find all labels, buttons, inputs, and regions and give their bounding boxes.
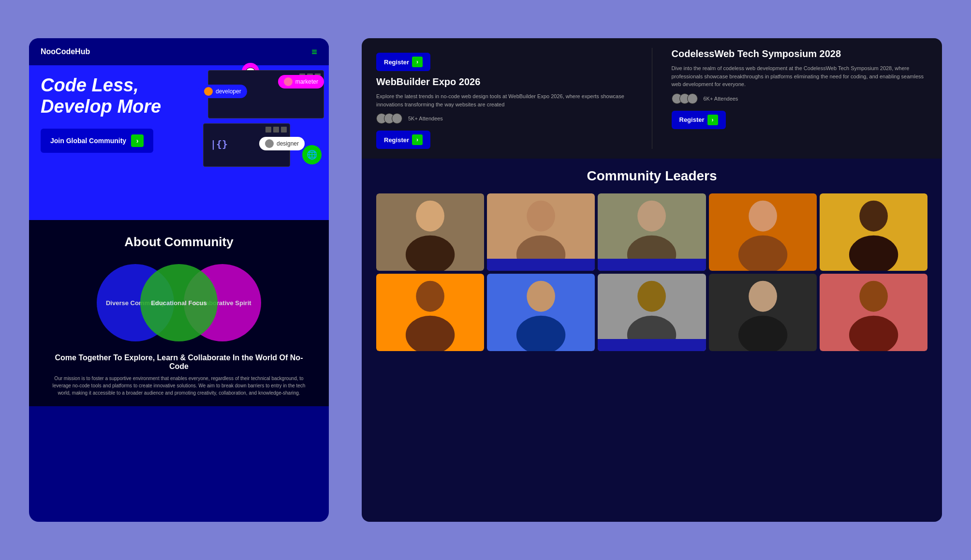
attendees-row-1: 5K+ Attendees	[376, 113, 633, 124]
event-card-1: Register › WebBuilder Expo 2026 Explore …	[376, 48, 633, 149]
svg-point-2	[527, 201, 555, 232]
register-label-1: Register	[384, 136, 409, 144]
circle-educational-label: Educational Focus	[151, 299, 207, 307]
designer-tag: designer	[259, 137, 305, 150]
left-panel-mobile-mockup: NooCodeHub ≡ Code Less, Develop More Joi…	[29, 38, 329, 522]
globe-icon[interactable]: 🌐	[302, 145, 322, 164]
svg-point-11	[406, 316, 455, 351]
svg-point-17	[738, 316, 787, 351]
register-arrow-1: ›	[412, 134, 423, 145]
event-desc-1: Explore the latest trends in no-code web…	[376, 92, 633, 108]
event-desc-2: Dive into the realm of codeless web deve…	[672, 64, 928, 88]
avatar-group-1	[376, 113, 399, 124]
developer-label: developer	[216, 88, 241, 95]
win-ctrl-6	[281, 127, 287, 133]
right-panel: Register › WebBuilder Expo 2026 Explore …	[362, 38, 942, 522]
win-ctrl-4	[265, 127, 271, 133]
svg-point-1	[406, 236, 455, 271]
marketer-tag: marketer	[278, 75, 324, 88]
register-button-1-top[interactable]: Register ›	[376, 53, 430, 71]
register-label-1-top: Register	[384, 59, 409, 66]
attendees-row-2: 6K+ Attendees	[672, 93, 928, 104]
svg-point-7	[738, 236, 787, 271]
leader-img-3	[598, 193, 706, 271]
leaders-title: Community Leaders	[376, 168, 927, 184]
leader-img-4	[709, 193, 817, 271]
register-arrow-1-top: ›	[412, 57, 423, 67]
about-body-text: Our mission is to foster a supportive en…	[39, 375, 319, 397]
designer-label: designer	[277, 140, 299, 147]
register-label-2: Register	[679, 116, 705, 123]
developer-avatar	[204, 87, 213, 96]
event-title-2: CodelessWeb Tech Symposium 2028	[672, 48, 928, 59]
avatar-group-2	[672, 93, 695, 104]
tagline: Come Together To Explore, Learn & Collab…	[39, 354, 319, 371]
svg-point-0	[416, 201, 444, 232]
svg-point-8	[859, 201, 888, 232]
svg-point-13	[516, 316, 565, 351]
attendee-avatar-6	[687, 93, 698, 104]
window-controls-2	[206, 127, 287, 133]
attendees-count-2: 6K+ Attendees	[704, 96, 738, 102]
leader-img-2	[487, 193, 595, 271]
join-community-arrow-icon: ›	[131, 134, 144, 147]
marketer-label: marketer	[295, 78, 318, 85]
leaders-section: Community Leaders	[362, 159, 942, 522]
svg-point-16	[749, 281, 777, 312]
navbar-logo: NooCodeHub	[41, 47, 90, 56]
hero-floating-elements: 💬 |{} develop	[198, 70, 324, 177]
venn-diagram: Diverse Community Educational Focus Coll…	[87, 259, 271, 346]
leader-img-1	[376, 193, 484, 271]
svg-point-14	[638, 281, 666, 312]
register-button-1[interactable]: Register ›	[376, 131, 430, 149]
win-ctrl-5	[273, 127, 279, 133]
events-divider	[652, 48, 652, 149]
leader-img-7	[487, 274, 595, 351]
marketer-avatar	[284, 77, 293, 86]
register-arrow-2: ›	[707, 115, 718, 125]
hero-title: Code Less, Develop More	[41, 75, 162, 117]
attendees-count-1: 5K+ Attendees	[408, 116, 443, 121]
navbar: NooCodeHub ≡	[29, 38, 329, 65]
svg-point-18	[859, 281, 888, 312]
svg-point-12	[527, 281, 555, 312]
join-community-button[interactable]: Join Global Community ›	[41, 129, 153, 153]
leader-img-5	[820, 193, 927, 271]
join-community-label: Join Global Community	[50, 137, 126, 145]
leader-img-6	[376, 274, 484, 351]
designer-avatar	[265, 139, 274, 148]
svg-point-6	[749, 201, 777, 232]
events-section: Register › WebBuilder Expo 2026 Explore …	[362, 38, 942, 159]
hamburger-icon[interactable]: ≡	[311, 47, 317, 57]
hero-section: Code Less, Develop More Join Global Comm…	[29, 65, 329, 220]
svg-point-9	[849, 236, 898, 271]
developer-tag: developer	[198, 85, 247, 98]
attendee-avatar-3	[392, 113, 402, 124]
svg-point-10	[416, 281, 444, 312]
event-title-1: WebBuilder Expo 2026	[376, 76, 633, 88]
leaders-grid	[376, 193, 927, 351]
svg-point-4	[638, 201, 666, 232]
event-card-2: CodelessWeb Tech Symposium 2028 Dive int…	[672, 48, 928, 149]
svg-point-19	[849, 316, 898, 351]
leader-img-9	[709, 274, 817, 351]
about-title: About Community	[39, 235, 319, 250]
leader-img-10	[820, 274, 927, 351]
register-button-2[interactable]: Register ›	[672, 111, 726, 129]
about-section: About Community Diverse Community Educat…	[29, 220, 329, 406]
circle-educational-focus: Educational Focus	[140, 264, 218, 341]
leader-img-8	[598, 274, 706, 351]
